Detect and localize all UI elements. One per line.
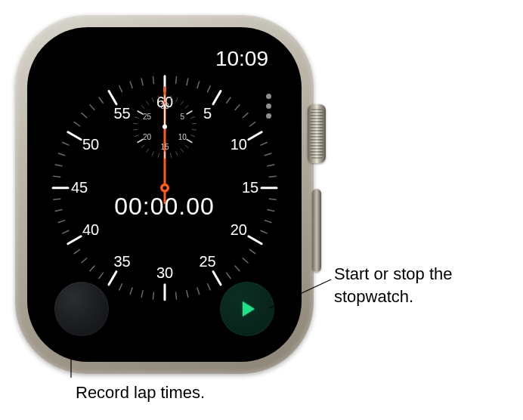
svg-line-114	[269, 279, 331, 308]
callout-lap: Record lap times.	[76, 381, 205, 404]
callout-start-stop: Start or stop the stopwatch.	[334, 263, 508, 307]
